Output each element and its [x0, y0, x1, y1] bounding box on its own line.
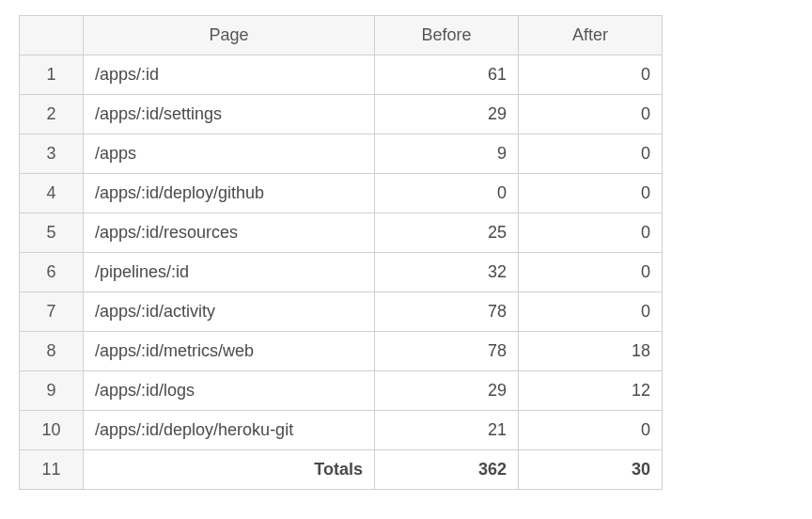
row-after: 0	[519, 411, 663, 450]
header-before: Before	[375, 16, 519, 55]
table-row: 10/apps/:id/deploy/heroku-git210	[20, 411, 663, 450]
row-before: 61	[375, 55, 519, 95]
row-after: 18	[519, 332, 663, 371]
table-body: 1/apps/:id6102/apps/:id/settings2903/app…	[20, 55, 663, 490]
table-row: 1/apps/:id610	[20, 55, 663, 95]
table-row: 6/pipelines/:id320	[20, 253, 663, 292]
table-row: 9/apps/:id/logs2912	[20, 371, 663, 411]
row-page: /apps/:id/settings	[84, 95, 375, 134]
table-row: 3/apps90	[20, 134, 663, 174]
row-index: 2	[20, 95, 84, 134]
totals-before: 362	[375, 450, 519, 490]
row-index: 3	[20, 134, 84, 174]
row-before: 0	[375, 174, 519, 213]
row-index: 9	[20, 371, 84, 411]
row-after: 0	[519, 292, 663, 332]
row-before: 78	[375, 292, 519, 332]
row-index: 5	[20, 213, 84, 253]
row-page: /apps/:id/resources	[84, 213, 375, 253]
row-before: 9	[375, 134, 519, 174]
row-before: 25	[375, 213, 519, 253]
table-row: 4/apps/:id/deploy/github00	[20, 174, 663, 213]
row-index: 1	[20, 55, 84, 95]
results-table: Page Before After 1/apps/:id6102/apps/:i…	[19, 15, 663, 490]
row-before: 32	[375, 253, 519, 292]
row-after: 0	[519, 213, 663, 253]
totals-after: 30	[519, 450, 663, 490]
table-row: 7/apps/:id/activity780	[20, 292, 663, 332]
row-page: /apps/:id/deploy/github	[84, 174, 375, 213]
header-blank	[20, 16, 84, 55]
row-before: 21	[375, 411, 519, 450]
row-index: 8	[20, 332, 84, 371]
row-page: /apps/:id/metrics/web	[84, 332, 375, 371]
row-page: /apps/:id	[84, 55, 375, 95]
row-after: 0	[519, 253, 663, 292]
table-header-row: Page Before After	[20, 16, 663, 55]
row-page: /apps/:id/logs	[84, 371, 375, 411]
table-row: 5/apps/:id/resources250	[20, 213, 663, 253]
totals-label: Totals	[84, 450, 375, 490]
table-row: 8/apps/:id/metrics/web7818	[20, 332, 663, 371]
row-page: /apps/:id/activity	[84, 292, 375, 332]
row-before: 29	[375, 371, 519, 411]
totals-row: 11Totals36230	[20, 450, 663, 490]
row-after: 0	[519, 95, 663, 134]
row-page: /apps/:id/deploy/heroku-git	[84, 411, 375, 450]
row-index: 10	[20, 411, 84, 450]
header-page: Page	[84, 16, 375, 55]
row-index: 6	[20, 253, 84, 292]
row-after: 12	[519, 371, 663, 411]
row-index: 4	[20, 174, 84, 213]
row-page: /apps	[84, 134, 375, 174]
row-page: /pipelines/:id	[84, 253, 375, 292]
row-after: 0	[519, 174, 663, 213]
row-index: 7	[20, 292, 84, 332]
table-row: 2/apps/:id/settings290	[20, 95, 663, 134]
totals-index: 11	[20, 450, 84, 490]
row-before: 78	[375, 332, 519, 371]
header-after: After	[519, 16, 663, 55]
row-before: 29	[375, 95, 519, 134]
row-after: 0	[519, 134, 663, 174]
row-after: 0	[519, 55, 663, 95]
